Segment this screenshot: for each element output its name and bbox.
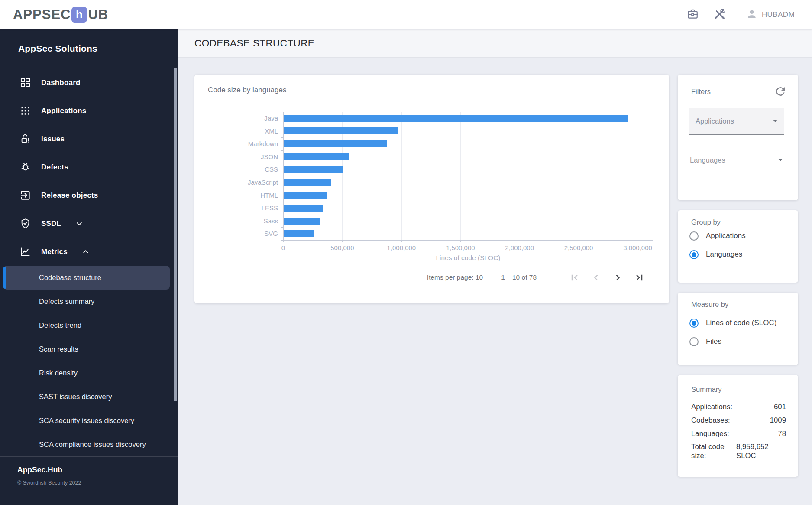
y-axis-tick — [281, 176, 283, 176]
page-title: CODEBASE STRUCTURE — [194, 38, 314, 49]
first-page-button[interactable] — [565, 268, 583, 287]
bar-markdown[interactable] — [284, 140, 387, 147]
items-per-page: Items per page: 10 — [427, 274, 483, 281]
bar-xml[interactable] — [284, 127, 398, 134]
sidebar-item-applications[interactable]: Applications — [0, 97, 178, 125]
bar-html[interactable] — [284, 192, 327, 199]
summary-row-codebases: Codebases:1009 — [691, 414, 786, 427]
bar-java[interactable] — [284, 115, 628, 122]
user-menu[interactable]: HUBADM — [746, 8, 795, 22]
radio-option-applications[interactable]: Applications — [689, 228, 746, 243]
chevron-right-button[interactable] — [608, 268, 627, 287]
languages-filter-label: Languages — [690, 156, 725, 164]
x-tick-label: 0 — [257, 244, 309, 251]
radio-label: Lines of code (SLOC) — [706, 319, 776, 327]
paginator-buttons — [562, 268, 648, 287]
sidebar-subitem-risk-density[interactable]: Risk density — [3, 361, 170, 385]
apps-grid-icon — [19, 105, 31, 117]
sidebar-subitem-sca-security-issues-discovery[interactable]: SCA security issues discovery — [3, 409, 170, 433]
app-logo: APPSEChUB — [13, 0, 108, 29]
release-objects-icon — [19, 189, 31, 201]
sidebar-subitem-sast-issues-discovery[interactable]: SAST issues discovery — [3, 385, 170, 409]
main-content: Code size by languages 0500,0001,000,000… — [178, 57, 812, 505]
radio-unchecked-icon — [689, 337, 699, 346]
sidebar-title: AppSec Solutions — [0, 29, 178, 68]
radio-option-languages[interactable]: Languages — [689, 247, 742, 262]
bar-svg[interactable] — [284, 230, 314, 237]
bar-less[interactable] — [284, 205, 323, 212]
x-tick-label: 3,000,000 — [612, 244, 664, 251]
radio-label: Languages — [706, 250, 742, 259]
category-label-json: JSON — [194, 150, 278, 163]
tools-icon — [713, 8, 726, 22]
radio-option-lines-of-code-sloc[interactable]: Lines of code (SLOC) — [689, 316, 776, 330]
sidebar-subitem-label: SAST issues discovery — [39, 393, 112, 401]
x-tick-label: 1,000,000 — [375, 244, 427, 251]
gridline — [638, 112, 638, 240]
footer-brand: AppSec.Hub — [17, 466, 178, 475]
summary-total-value: 8,959,652 SLOC — [736, 442, 784, 460]
summary-row-applications: Applications:601 — [691, 400, 786, 414]
footer-copyright: © Swordfish Security 2022 — [17, 480, 178, 486]
summary-card: Summary Applications:601Codebases:1009La… — [678, 375, 798, 477]
tools-button[interactable] — [712, 7, 727, 22]
sidebar-subitem-label: Defects trend — [39, 321, 81, 329]
x-axis-title: Lines of code (SLOC) — [283, 254, 653, 262]
y-axis-tick — [281, 125, 283, 125]
radio-checked-icon — [689, 250, 699, 259]
bar-javascript[interactable] — [284, 179, 331, 186]
paginator: Items per page: 10 1 – 10 of 78 — [427, 268, 648, 287]
y-axis-tick — [281, 150, 283, 151]
y-axis-tick — [281, 189, 283, 189]
y-axis-tick — [281, 215, 283, 215]
radio-option-files[interactable]: Files — [689, 334, 721, 349]
sidebar-item-issues[interactable]: Issues — [0, 125, 178, 153]
sidebar-subitem-label: Risk density — [39, 369, 78, 377]
chevron-left-icon — [590, 272, 602, 283]
chevron-left-button[interactable] — [587, 268, 605, 287]
last-page-button[interactable] — [630, 268, 648, 287]
summary-row-value: 78 — [778, 430, 786, 438]
reset-filters-button[interactable] — [774, 85, 787, 98]
bar-json[interactable] — [284, 153, 349, 160]
topbar: APPSEChUB HUBADM — [0, 0, 812, 29]
summary-row-value: 1009 — [770, 416, 786, 425]
sidebar: AppSec Solutions DashboardApplicationsIs… — [0, 29, 178, 505]
applications-filter-select[interactable]: Applications — [689, 108, 784, 135]
page-range-label: 1 – 10 of 78 — [501, 274, 537, 281]
sidebar-item-defects[interactable]: Defects — [0, 153, 178, 181]
summary-row-label: Languages: — [691, 430, 729, 438]
sidebar-subitem-defects-trend[interactable]: Defects trend — [3, 313, 170, 337]
sidebar-item-release-objects[interactable]: Release objects — [0, 181, 178, 209]
sidebar-item-label: Release objects — [41, 191, 98, 200]
summary-row-value: 601 — [774, 403, 786, 411]
bar-sass[interactable] — [284, 218, 320, 225]
radio-label: Files — [706, 337, 721, 346]
category-label-svg: SVG — [194, 227, 278, 240]
y-axis-tick — [281, 112, 283, 112]
user-icon — [746, 8, 757, 22]
briefcase-button[interactable] — [686, 7, 700, 22]
sidebar-item-dashboard[interactable]: Dashboard — [0, 68, 178, 97]
first-page-icon — [569, 272, 580, 283]
sidebar-subitem-codebase-structure[interactable]: Codebase structure — [3, 266, 170, 290]
chart-card: Code size by languages 0500,0001,000,000… — [194, 75, 669, 303]
measure-by-card: Measure by Lines of code (SLOC)Files — [678, 293, 798, 365]
sidebar-subitem-scan-results[interactable]: Scan results — [3, 337, 170, 361]
bar-css[interactable] — [284, 166, 343, 173]
sidebar-item-ssdl[interactable]: SSDL — [0, 209, 178, 238]
x-tick-label: 2,500,000 — [553, 244, 605, 251]
x-tick-label: 2,000,000 — [494, 244, 546, 251]
sidebar-scrollbar[interactable] — [174, 68, 177, 401]
logo-h-icon: h — [71, 7, 87, 23]
languages-filter-select[interactable]: Languages — [690, 153, 784, 167]
measure-by-title: Measure by — [691, 300, 728, 309]
filters-card: Filters Applications Languages — [678, 75, 798, 200]
sidebar-item-metrics[interactable]: Metrics — [0, 238, 178, 266]
sidebar-item-label: Defects — [41, 163, 68, 172]
sidebar-subitem-defects-summary[interactable]: Defects summary — [3, 290, 170, 313]
group-by-title: Group by — [691, 218, 721, 226]
sidebar-subitem-sca-compliance-issues-discovery[interactable]: SCA compliance issues discovery — [3, 433, 170, 456]
gridline — [460, 112, 461, 240]
summary-row-languages: Languages:78 — [691, 427, 786, 440]
